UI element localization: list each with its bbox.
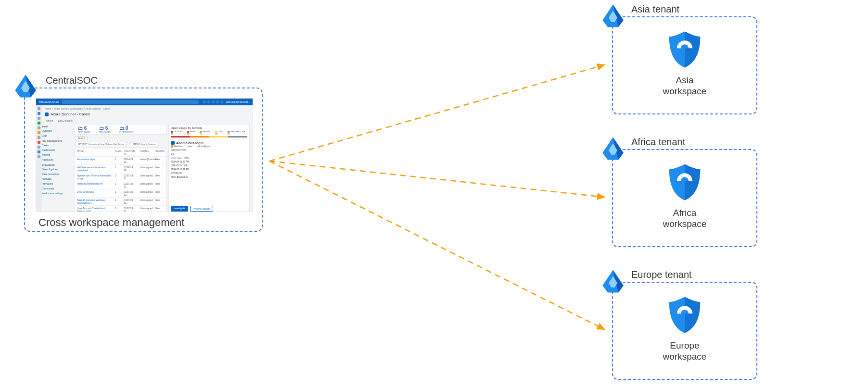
table-row[interactable]: Anomalous login102/14/19, 11...admin@con… <box>75 156 166 164</box>
workspace-label-africa: Africa workspace <box>612 208 757 230</box>
sidebar-item[interactable]: Overview <box>39 129 73 133</box>
sidebar-item[interactable]: Data connectors <box>39 172 73 176</box>
tenant-label-europe: Europe tenant <box>631 269 692 280</box>
lighthouse-icon <box>599 135 627 163</box>
tenant-label-asia: Asia tenant <box>631 4 679 15</box>
sidebar-item[interactable]: Hunting <box>39 153 73 157</box>
stat-card: 🗂 6OPEN CASES <box>78 125 90 133</box>
centralsoc-caption: Cross workspace management <box>38 216 184 229</box>
cases-table: TITLEALER...CREATED TI...OWNERSTATUSAnom… <box>75 148 166 212</box>
sidebar-item[interactable]: Playbooks <box>39 182 73 186</box>
sidebar-item[interactable]: Analytics <box>39 177 73 181</box>
toolbar: Refresh Last 24 hours <box>36 118 253 124</box>
page-title-text: Azure Sentinel - Cases <box>51 112 90 116</box>
sidebar-item[interactable]: Cases <box>39 143 73 147</box>
detail-description-label: DESCRIPTION <box>171 149 247 151</box>
breadcrumb: Home > Azure Sentinel workspaces > Azure… <box>36 105 253 111</box>
detail-created: 02/14/19 11:22 AM <box>171 168 247 171</box>
arrow-to-africa <box>269 161 604 197</box>
severity-legend-item: CRITICAL (0) <box>171 130 184 135</box>
stat-card: 🗂 6NEW CASES <box>99 125 111 133</box>
workspace-asia: Asia workspace <box>612 29 757 97</box>
severity-bar <box>171 136 247 138</box>
detail-pane: Open Cases By Severity CRITICAL (0)HIGH … <box>168 124 250 212</box>
workspace-africa: Africa workspace <box>612 162 757 230</box>
severity-legend-item: MEDIUM (3) <box>200 130 212 135</box>
portal-search[interactable] <box>62 100 199 104</box>
stats-row: 🗂 6OPEN CASES🗂 6NEW CASES🗂 0IN PROGRESS <box>75 124 166 135</box>
filter-row: Search <box>75 136 166 140</box>
arrow-to-asia <box>269 65 604 161</box>
sidebar-heading: Threat management <box>39 139 73 142</box>
page-title: Azure Sentinel - Cases <box>36 111 253 118</box>
investigate-button[interactable]: Investigate <box>171 206 188 212</box>
shield-icon <box>664 162 705 203</box>
shield-icon <box>664 294 705 336</box>
portal-brand: Microsoft Azure <box>39 100 59 103</box>
sidebar-item[interactable]: Notebooks <box>39 158 73 162</box>
filter-search[interactable]: Search <box>75 136 88 140</box>
filter-severity[interactable]: SEVERITY: Informational, Low, Medium, Hi… <box>75 142 128 146</box>
lighthouse-icon <box>599 2 627 30</box>
centralsoc-label: CentralSOC <box>46 75 98 86</box>
arrow-to-europe <box>269 161 604 329</box>
table-row[interactable]: DNS tor proxies101/07/19, 11...Unassigne… <box>75 189 166 197</box>
portal-sidebar: GeneralOverviewLogsThreat managementCase… <box>39 124 73 212</box>
detail-status[interactable]: New <box>188 145 192 148</box>
table-row[interactable]: NetSuite service ticket was requested101… <box>75 164 166 173</box>
sidebar-heading: Configuration <box>39 163 73 166</box>
portal-left-rail <box>36 105 42 212</box>
sentinel-icon <box>45 113 49 116</box>
severity-legend-item: INFORMATIONAL (0) <box>228 130 247 135</box>
severity-legend: CRITICAL (0)HIGH (0)MEDIUM (3)LOW (3)INF… <box>171 130 247 135</box>
portal-user: john.doe@microsoft... <box>226 100 250 103</box>
toolbar-last[interactable]: Last 24 hours <box>58 119 73 122</box>
detail-title: Anomalous login <box>176 141 204 145</box>
toolbar-refresh[interactable]: Refresh <box>45 119 53 122</box>
sidebar-heading: General <box>39 125 73 128</box>
table-row[interactable]: User Account Created and Deleted withi..… <box>75 205 166 212</box>
detail-created-label: CREATION TIME <box>171 164 247 167</box>
detail-evidence-label: EVIDENCE <box>171 172 247 175</box>
severity-legend-item: HIGH (0) <box>187 130 197 135</box>
workspace-label-asia: Asia workspace <box>612 75 757 97</box>
detail-last-alert: 02/14/19 11:22 AM <box>171 161 247 163</box>
portal-header-icons <box>202 100 223 104</box>
lighthouse-icon <box>12 72 39 100</box>
detail-last-alert-label: LAST ALERT TIME <box>171 157 247 159</box>
view-full-button[interactable]: View full details <box>190 206 213 212</box>
table-row[interactable]: Signins from IPs that attempted to sign.… <box>75 173 166 181</box>
stat-card: 🗂 0IN PROGRESS <box>119 125 133 133</box>
sentinel-icon <box>171 141 175 145</box>
table-header: TITLEALER...CREATED TI...OWNERSTATUS <box>75 148 166 156</box>
sidebar-item[interactable]: Dashboards <box>39 148 73 152</box>
tenant-label-africa: Africa tenant <box>631 137 685 148</box>
portal-header: Microsoft Azure john.doe@microsoft... <box>36 99 253 105</box>
sidebar-item[interactable]: Logs <box>39 134 73 138</box>
table-row[interactable]: Base64 encoded Windows executables i...1… <box>75 197 166 205</box>
filter-status[interactable]: STATUS: New, In Progress <box>129 142 159 146</box>
shield-icon <box>664 29 705 70</box>
sidebar-item[interactable]: Community <box>39 187 73 190</box>
lighthouse-icon <box>599 267 627 295</box>
sidebar-item[interactable]: Workspace settings <box>39 191 73 195</box>
detail-tabs[interactable]: Alerts Bookmarks <box>171 176 247 178</box>
detail-severity: Medium <box>171 145 183 148</box>
workspace-label-europe: Europe workspace <box>612 340 757 363</box>
azure-portal-screenshot: Microsoft Azure john.doe@microsoft... Ho… <box>36 99 253 212</box>
detail-owner[interactable]: admin@con... <box>197 145 212 148</box>
table-row[interactable]: Traffic to known bad IPs101/07/19, 11...… <box>75 181 166 189</box>
workspace-europe: Europe workspace <box>612 294 757 363</box>
sidebar-item[interactable]: News & guides <box>39 167 73 171</box>
severity-legend-item: LOW (3) <box>215 130 225 135</box>
severity-title: Open Cases By Severity <box>171 126 247 129</box>
